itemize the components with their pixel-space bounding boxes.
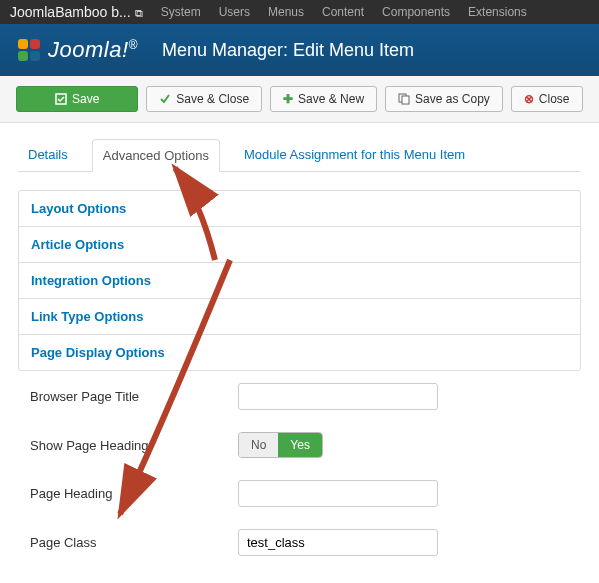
tab-advanced-options[interactable]: Advanced Options — [92, 139, 220, 172]
svg-rect-3 — [30, 51, 40, 61]
page-title: Menu Manager: Edit Menu Item — [162, 40, 414, 61]
content-area: Details Advanced Options Module Assignme… — [0, 123, 599, 583]
tab-bar: Details Advanced Options Module Assignme… — [18, 139, 581, 172]
accordion-article-options[interactable]: Article Options — [19, 226, 580, 262]
browser-page-title-input[interactable] — [238, 383, 438, 410]
page-header: Joomla!® Menu Manager: Edit Menu Item — [0, 24, 599, 76]
show-page-heading-toggle[interactable]: No Yes — [238, 432, 323, 458]
accordion-link-type-options[interactable]: Link Type Options — [19, 298, 580, 334]
page-heading-label: Page Heading — [18, 486, 238, 501]
close-button[interactable]: ⊗ Close — [511, 86, 583, 112]
save-copy-button[interactable]: Save as Copy — [385, 86, 503, 112]
page-heading-input[interactable] — [238, 480, 438, 507]
plus-icon: ✚ — [283, 92, 293, 106]
toolbar: Save Save & Close ✚ Save & New Save as C… — [0, 76, 599, 123]
menu-content[interactable]: Content — [322, 5, 364, 19]
save-close-button[interactable]: Save & Close — [146, 86, 262, 112]
page-class-label: Page Class — [18, 535, 238, 550]
svg-rect-6 — [402, 96, 409, 104]
page-class-input[interactable] — [238, 529, 438, 556]
save-button[interactable]: Save — [16, 86, 138, 112]
copy-icon — [398, 93, 410, 105]
browser-page-title-label: Browser Page Title — [18, 389, 238, 404]
accordion-integration-options[interactable]: Integration Options — [19, 262, 580, 298]
menu-menus[interactable]: Menus — [268, 5, 304, 19]
accordion-page-display-options[interactable]: Page Display Options — [19, 334, 580, 370]
site-name[interactable]: JoomlaBamboo b...⧉ — [10, 4, 143, 20]
options-accordion: Layout Options Article Options Integrati… — [18, 190, 581, 371]
tab-module-assignment[interactable]: Module Assignment for this Menu Item — [234, 139, 475, 171]
close-icon: ⊗ — [524, 92, 534, 106]
toggle-yes[interactable]: Yes — [278, 433, 322, 457]
svg-rect-2 — [18, 51, 28, 61]
page-display-form: Browser Page Title Show Page Heading No … — [18, 371, 581, 556]
apply-icon — [55, 93, 67, 105]
check-icon — [159, 93, 171, 105]
menu-extensions[interactable]: Extensions — [468, 5, 527, 19]
admin-topbar: JoomlaBamboo b...⧉ System Users Menus Co… — [0, 0, 599, 24]
save-new-button[interactable]: ✚ Save & New — [270, 86, 377, 112]
svg-rect-0 — [18, 39, 28, 49]
toggle-no[interactable]: No — [239, 433, 278, 457]
joomla-logo: Joomla!® — [16, 37, 138, 63]
menu-system[interactable]: System — [161, 5, 201, 19]
show-page-heading-label: Show Page Heading — [18, 438, 238, 453]
joomla-logo-icon — [16, 37, 42, 63]
menu-components[interactable]: Components — [382, 5, 450, 19]
menu-users[interactable]: Users — [219, 5, 250, 19]
external-link-icon: ⧉ — [135, 7, 143, 19]
svg-rect-1 — [30, 39, 40, 49]
accordion-layout-options[interactable]: Layout Options — [19, 191, 580, 226]
tab-details[interactable]: Details — [18, 139, 78, 171]
